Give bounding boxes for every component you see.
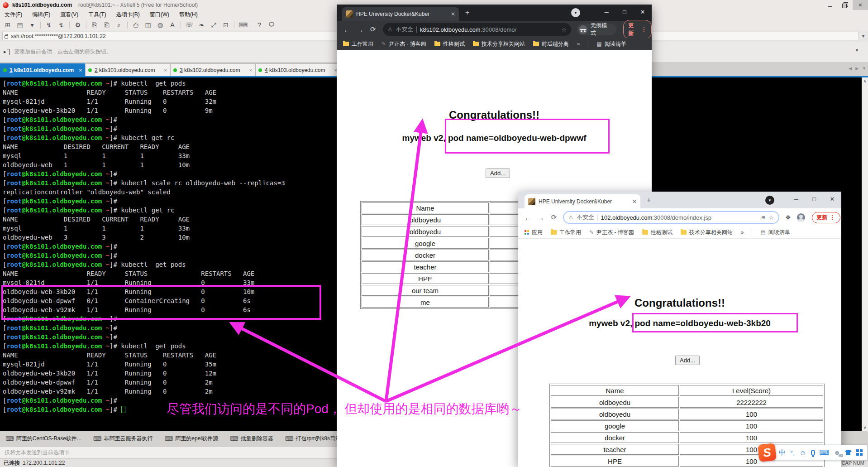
help-icon[interactable]: ?	[255, 21, 263, 29]
back-icon[interactable]: ←	[522, 214, 534, 221]
quick-command-button[interactable]: ⌨打包rpm到k8s目录	[285, 435, 341, 443]
xshell-restore-button[interactable]	[837, 0, 853, 10]
tab-close-icon[interactable]: ✕	[632, 198, 637, 205]
voice-input-icon[interactable]	[811, 450, 815, 456]
quick-command-button[interactable]: ⌨阿里的epel软件源	[165, 435, 218, 443]
keyboard-icon[interactable]: ⌨	[238, 21, 247, 29]
browser2-address-bar[interactable]: ⚠ 不安全 102.oldboyedu.com:30008/demo/index…	[563, 211, 779, 224]
browser1-maximize-button[interactable]: □	[615, 5, 634, 19]
find-icon[interactable]: ⌕	[115, 21, 123, 29]
menu-item[interactable]: 帮助(H)	[179, 11, 198, 19]
new-tab-button[interactable]: +	[465, 9, 469, 17]
toolbox-icon[interactable]	[856, 449, 863, 456]
new-tab-button[interactable]: +	[647, 196, 651, 204]
tab-close-icon[interactable]: ×	[249, 67, 252, 73]
emoji-icon[interactable]: ☺	[799, 449, 806, 457]
xshell-close-button[interactable]: ×	[853, 0, 868, 10]
chrome-update-button[interactable]: 更新 ⋮	[623, 20, 652, 39]
tab-close-icon[interactable]: ×	[164, 67, 167, 73]
back-icon[interactable]: ←	[341, 26, 353, 34]
skin-icon[interactable]	[845, 450, 852, 455]
soft-keyboard-icon[interactable]: ⌨	[820, 448, 830, 457]
scroll-down-icon[interactable]: ∨	[863, 425, 867, 430]
menu-item[interactable]: 选项卡(B)	[116, 11, 140, 19]
quick-command-button[interactable]: ⌨阿里的CentOS-Base软件...	[5, 435, 81, 443]
quick-command-button[interactable]: ⌨非阿里云服务器执行	[93, 435, 153, 443]
tab-close-icon[interactable]: ×	[79, 67, 82, 73]
xshell-tab-4[interactable]: 4 k8s103.oldboyedu.com×	[255, 63, 340, 76]
browser2-close-button[interactable]: ✕	[823, 192, 841, 206]
bookmark-pen[interactable]: ✎尹正杰 - 博客园	[382, 40, 426, 48]
browser2-maximize-button[interactable]: □	[805, 192, 823, 206]
punctuation-icon[interactable]: °,	[790, 449, 795, 457]
chinese-mode-icon[interactable]: 中	[779, 448, 786, 457]
copy-icon[interactable]: ⎘	[91, 21, 99, 29]
font-icon[interactable]: A	[168, 21, 176, 29]
scroll-up-icon[interactable]: ∧	[863, 79, 867, 83]
menu-item[interactable]: 编辑(E)	[32, 11, 50, 19]
quick-command-button[interactable]: ⌨批量删除容器	[230, 435, 273, 443]
reading-list-button[interactable]: ▤阅读清单	[596, 40, 626, 48]
chrome-update-button[interactable]: 更新 ⋮	[812, 212, 840, 223]
add-button[interactable]: Add...	[675, 356, 700, 365]
browser1-tab[interactable]: HPE University Docker&Kuber ✕	[342, 7, 459, 21]
reload-icon[interactable]: ⟳	[367, 25, 379, 34]
bookmark-folder[interactable]: 技术分享相关网站	[681, 229, 733, 236]
qr-code-icon[interactable]: ⊞	[761, 215, 765, 221]
bookmark-star-icon[interactable]: ☆	[562, 26, 567, 33]
web-icon[interactable]: ◍	[156, 21, 164, 29]
xshell-tab-1[interactable]: 1 k8s101.oldboyedu.com×	[0, 63, 85, 76]
xshell-minimize-button[interactable]	[822, 0, 837, 10]
browser2-minimize-button[interactable]: ─	[787, 192, 805, 206]
address-dropdown-icon[interactable]: ▼	[861, 34, 865, 39]
layout-icon[interactable]: ◫	[144, 21, 152, 29]
bookmark-folder[interactable]: 技术分享相关网站	[473, 40, 525, 48]
connect-icon[interactable]: ↯	[45, 21, 53, 29]
bookmark-folder[interactable]: 性格测试	[434, 40, 465, 48]
media-controls-icon[interactable]: ▼	[765, 196, 774, 205]
lock-icon[interactable]: ⊡	[222, 21, 230, 29]
xshell-tab-3[interactable]: 3 k8s102.oldboyedu.com×	[170, 63, 255, 76]
forward-icon[interactable]: →	[535, 214, 547, 221]
feedback-icon[interactable]: 🗩	[267, 21, 276, 29]
browser1-address-bar[interactable]: ⚠ 不安全 k8s102.oldboyedu.com:30008/demo/ ☆	[383, 23, 571, 36]
bookmark-folder[interactable]: 前后端分离	[533, 40, 569, 48]
session-dropdown-icon[interactable]: ▼	[855, 48, 859, 53]
new-session-icon[interactable]: ⊞	[4, 21, 12, 29]
bookmark-folder[interactable]: 工作常用	[551, 229, 581, 236]
tab-close-icon[interactable]: ✕	[451, 11, 455, 17]
browser2-tab[interactable]: HPE University Docker&Kuber ✕	[525, 194, 640, 208]
menu-item[interactable]: 工具(T)	[88, 11, 106, 19]
menu-item[interactable]: 文件(F)	[5, 11, 22, 19]
browser1-minimize-button[interactable]: ─	[597, 5, 615, 19]
terminal-scrollbar[interactable]: ∧ ∨	[862, 77, 868, 431]
extensions-icon[interactable]: ❖	[785, 214, 791, 221]
reading-list-button[interactable]: ▤阅读清单	[760, 229, 790, 236]
add-button[interactable]: Add...	[486, 169, 510, 178]
add-session-arrow-icon[interactable]	[4, 49, 10, 55]
fullscreen-icon[interactable]: ⤢	[210, 21, 218, 29]
bookmarks-overflow-icon[interactable]: »	[741, 229, 744, 236]
menu-item[interactable]: 窗口(W)	[150, 11, 169, 19]
forward-icon[interactable]: →	[354, 26, 366, 34]
tab-scroll-left-icon[interactable]: ◀	[849, 66, 852, 71]
profile-avatar[interactable]	[797, 213, 805, 221]
browser1-close-button[interactable]: ✕	[634, 5, 652, 19]
tab-scroll-right-icon[interactable]: ▶	[855, 66, 858, 71]
tab-scroll-controls[interactable]: ◀ ▶ ▼	[849, 66, 866, 71]
tab-list-dropdown-icon[interactable]: ▼	[862, 66, 866, 71]
bookmark-star-icon[interactable]: ☆	[768, 214, 774, 221]
leaf-icon[interactable]: ❧	[197, 21, 205, 29]
account-icon[interactable]: ☻14	[834, 449, 840, 456]
menu-item[interactable]: 查看(V)	[60, 11, 78, 19]
phone-icon[interactable]: ☏	[185, 21, 193, 29]
media-controls-icon[interactable]: ▼	[571, 8, 580, 17]
bookmark-pen[interactable]: ✎尹正杰 - 博客园	[589, 229, 634, 236]
print-icon[interactable]: ⎙	[132, 21, 140, 29]
xshell-tab-2[interactable]: 2 k8s101.oldboyedu.com×	[85, 63, 170, 76]
paste-icon[interactable]: ⎗	[103, 21, 111, 29]
bookmark-apps[interactable]: 应用	[525, 229, 543, 236]
dropdown-icon[interactable]: ▾	[28, 21, 36, 29]
sogou-logo-icon[interactable]: S	[758, 443, 777, 462]
open-folder-icon[interactable]: ▤	[16, 21, 24, 29]
